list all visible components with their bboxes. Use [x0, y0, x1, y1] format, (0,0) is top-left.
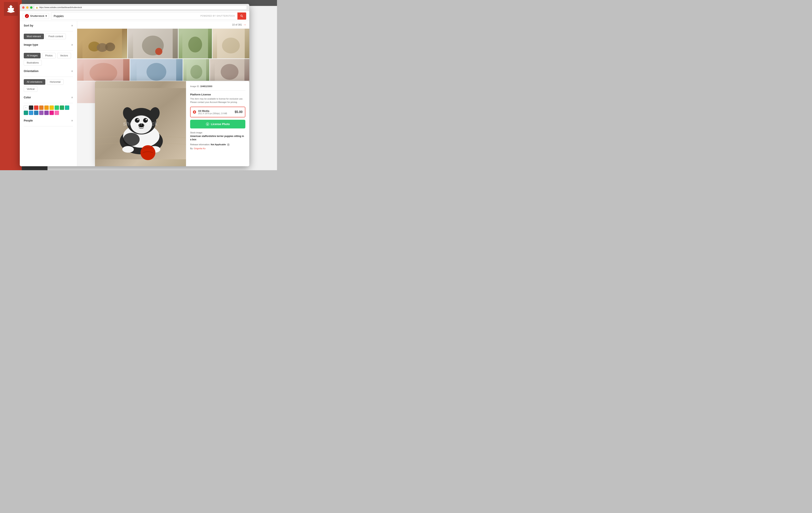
grid-image-6-svg: [130, 59, 183, 81]
image-type-section: Image type ∧ All images Photos Vectors I…: [24, 43, 73, 65]
color-blue-swatch[interactable]: [29, 111, 33, 115]
color-section: Color ∧ ×: [24, 96, 73, 115]
image-type-divider: [24, 50, 73, 51]
type-illustrations-btn[interactable]: Illustrations: [24, 60, 42, 65]
svg-point-36: [188, 37, 202, 53]
author-link[interactable]: Grigorita Ko: [194, 147, 206, 150]
browser-close-btn[interactable]: [22, 6, 25, 9]
grid-image-6[interactable]: [130, 59, 183, 81]
type-vectors-btn[interactable]: Vectors: [57, 53, 71, 58]
license-photo-button[interactable]: License Photo: [190, 120, 245, 129]
detail-overlay: shutterstock Image ID: 1048123303 Platfo…: [95, 81, 249, 166]
grid-image-8[interactable]: [210, 59, 249, 81]
color-green-swatch[interactable]: [55, 106, 59, 110]
svg-point-57: [146, 119, 147, 120]
svg-point-44: [190, 65, 202, 79]
color-black-swatch[interactable]: [29, 106, 33, 110]
color-title: Color: [24, 96, 31, 99]
people-section: People ∧: [24, 119, 73, 126]
lock-icon: 🔒: [36, 6, 38, 8]
grid-image-1[interactable]: [77, 29, 127, 58]
svg-point-38: [222, 37, 240, 53]
browser-addressbar: 🔒 https://www.solodev.com/dashboard/shut…: [34, 5, 247, 10]
detail-dog-image-container: shutterstock: [95, 81, 186, 166]
people-header: People ∧: [24, 119, 73, 124]
color-dark-blue-swatch[interactable]: [34, 111, 38, 115]
svg-point-46: [221, 64, 239, 80]
color-dark-purple-swatch[interactable]: [44, 111, 49, 115]
source-dropdown-icon: ▾: [46, 15, 47, 18]
people-title: People: [24, 119, 33, 122]
search-button[interactable]: [237, 12, 246, 20]
grid-next-arrow[interactable]: →: [243, 23, 246, 27]
image-id-value: 1048123303: [200, 85, 212, 87]
image-type-header: Image type ∧: [24, 43, 73, 48]
browser-titlebar: 🔒 https://www.solodev.com/dashboard/shut…: [20, 4, 249, 11]
info-icon: ?: [227, 143, 230, 146]
powered-by-label: POWERED BY SHUTTERSTOCK: [198, 15, 237, 17]
image-type-title: Image type: [24, 43, 38, 46]
by-label: By:: [190, 147, 193, 150]
grid-image-2[interactable]: [128, 29, 178, 58]
detail-divider-1: [190, 90, 245, 91]
type-photos-btn[interactable]: Photos: [42, 53, 55, 58]
sort-fresh-content-btn[interactable]: Fresh content: [46, 34, 66, 39]
search-icon: [240, 15, 243, 18]
type-all-images-btn[interactable]: All images: [24, 53, 40, 58]
svg-point-55: [143, 118, 148, 123]
detail-image-id: Image ID: 1048123303: [190, 85, 245, 87]
browser-url: https://www.solodev.com/dashboard/shutte…: [39, 6, 82, 8]
grid-header: 10 of 381 →: [77, 21, 249, 29]
color-yellow-swatch[interactable]: [50, 106, 54, 110]
by-line: By: Grigorita Ko: [190, 147, 245, 150]
shutterstock-logo-icon: [26, 15, 28, 17]
svg-point-62: [123, 133, 140, 146]
image-row-1: [77, 29, 249, 58]
color-dark-green-swatch[interactable]: [60, 106, 64, 110]
color-orange-swatch[interactable]: [39, 106, 44, 110]
browser-max-btn[interactable]: [30, 6, 32, 9]
svg-point-34: [155, 48, 163, 55]
sort-by-header: Sort by ∧: [24, 24, 73, 29]
download-icon: [206, 122, 209, 126]
orientation-header: Orientation ∧: [24, 69, 73, 74]
platform-license-title: Platform License: [190, 93, 245, 96]
orient-vertical-btn[interactable]: Vertical: [24, 86, 37, 92]
release-label: Release information:: [190, 143, 210, 146]
grid-image-7[interactable]: [183, 59, 209, 81]
color-purple-swatch[interactable]: [39, 111, 44, 115]
svg-point-26: [240, 15, 242, 17]
color-clear-swatch[interactable]: ×: [24, 106, 28, 110]
image-row-2: [77, 59, 249, 81]
grid-image-4[interactable]: [212, 29, 249, 58]
sort-by-section: Sort by ∧ Most relevant Fresh content: [24, 24, 73, 39]
solodev-logo-icon: [6, 4, 16, 14]
orientation-divider: [24, 77, 73, 77]
sort-most-relevant-btn[interactable]: Most relevant: [24, 34, 44, 39]
source-selector-label: Shutterstock: [30, 15, 44, 18]
color-dark-teal-swatch[interactable]: [24, 111, 28, 115]
color-header: Color ∧: [24, 96, 73, 101]
grid-image-3[interactable]: [178, 29, 212, 58]
color-pink-swatch[interactable]: [50, 111, 54, 115]
grid-image-5[interactable]: [77, 59, 129, 81]
detail-image-section: shutterstock: [95, 81, 186, 166]
color-amber-swatch[interactable]: [44, 106, 49, 110]
color-teal-swatch[interactable]: [65, 106, 69, 110]
svg-point-58: [138, 123, 144, 127]
search-input[interactable]: [51, 15, 198, 18]
orient-all-btn[interactable]: All orientations: [24, 79, 45, 85]
orient-horizontal-btn[interactable]: Horizontal: [47, 79, 63, 85]
results-count: 10 of 381: [232, 23, 242, 26]
license-btn-label: License Photo: [211, 122, 230, 126]
color-light-pink-swatch[interactable]: [55, 111, 59, 115]
grid-image-5-svg: [77, 59, 129, 81]
browser-min-btn[interactable]: [26, 6, 28, 9]
search-bar: POWERED BY SHUTTERSTOCK: [51, 12, 246, 20]
image-type-btn-group: All images Photos Vectors Illustrations: [24, 53, 73, 65]
license-radio[interactable]: [193, 110, 196, 114]
color-red-swatch[interactable]: [34, 106, 38, 110]
license-option[interactable]: All Media 2511 X 1670 px (300dpi), 2.8 M…: [190, 107, 245, 117]
source-selector[interactable]: Shutterstock ▾: [23, 13, 49, 19]
license-option-details: All Media 2511 X 1670 px (300dpi), 2.8 M…: [198, 110, 227, 115]
